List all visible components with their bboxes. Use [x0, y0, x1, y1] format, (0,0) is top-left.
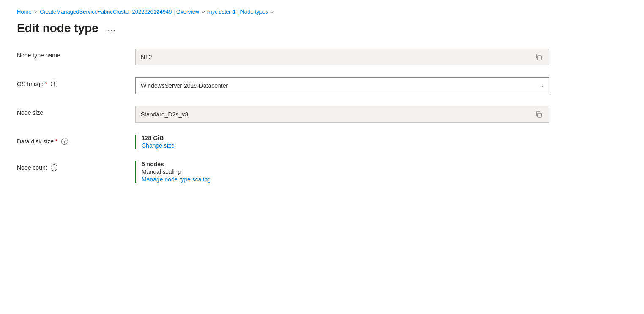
os-image-chevron-icon: ⌄ — [540, 83, 544, 89]
os-image-required-star: * — [45, 81, 47, 87]
label-os-image: OS Image * i — [17, 77, 135, 87]
form-row-node-count: Node count i 5 nodes Manual scaling Mana… — [17, 161, 609, 183]
breadcrumb-sep-3: > — [270, 8, 274, 15]
breadcrumb-sep-2: > — [202, 8, 205, 15]
node-size-input: Standard_D2s_v3 — [135, 106, 549, 123]
control-node-count: 5 nodes Manual scaling Manage node type … — [135, 161, 609, 183]
node-count-display: 5 nodes Manual scaling Manage node type … — [135, 161, 609, 183]
manage-scaling-link[interactable]: Manage node type scaling — [142, 176, 609, 183]
node-count-info-icon[interactable]: i — [51, 164, 57, 171]
data-disk-info-icon[interactable]: i — [61, 138, 68, 145]
breadcrumb-sep-1: > — [34, 8, 38, 15]
node-count-value: 5 nodes — [142, 161, 609, 168]
node-count-subtext: Manual scaling — [142, 168, 609, 175]
control-data-disk-size: 128 GiB Change size — [135, 135, 609, 149]
control-node-size: Standard_D2s_v3 — [135, 106, 609, 123]
node-size-copy-icon[interactable] — [534, 109, 544, 119]
svg-rect-0 — [538, 56, 541, 60]
change-size-link[interactable]: Change size — [142, 142, 609, 149]
control-os-image: WindowsServer 2019-Datacenter ⌄ — [135, 77, 609, 94]
page-container: Home > CreateManagedServiceFabricCluster… — [0, 0, 644, 211]
form-row-os-image: OS Image * i WindowsServer 2019-Datacent… — [17, 77, 609, 94]
data-disk-display: 128 GiB Change size — [135, 135, 609, 149]
breadcrumb-node-types[interactable]: mycluster-1 | Node types — [207, 8, 268, 15]
more-options-button[interactable]: ... — [104, 23, 120, 34]
os-image-dropdown[interactable]: WindowsServer 2019-Datacenter ⌄ — [135, 77, 549, 94]
form-row-data-disk-size: Data disk size * i 128 GiB Change size — [17, 135, 609, 149]
breadcrumb-home[interactable]: Home — [17, 8, 32, 15]
data-disk-value: 128 GiB — [142, 135, 609, 141]
control-node-type-name: NT2 — [135, 49, 609, 65]
os-image-value: WindowsServer 2019-Datacenter — [141, 82, 540, 89]
form-row-node-type-name: Node type name NT2 — [17, 49, 609, 65]
label-data-disk-size: Data disk size * i — [17, 135, 135, 145]
label-node-size: Node size — [17, 106, 135, 116]
data-disk-required-star: * — [55, 138, 57, 145]
page-title-row: Edit node type ... — [17, 22, 627, 35]
breadcrumb: Home > CreateManagedServiceFabricCluster… — [17, 8, 627, 15]
node-type-name-input: NT2 — [135, 49, 549, 65]
page-title: Edit node type — [17, 22, 98, 35]
form-row-node-size: Node size Standard_D2s_v3 — [17, 106, 609, 123]
breadcrumb-cluster-overview[interactable]: CreateManagedServiceFabricCluster-202262… — [40, 8, 199, 15]
label-node-count: Node count i — [17, 161, 135, 171]
svg-rect-1 — [538, 113, 541, 117]
node-size-value: Standard_D2s_v3 — [141, 111, 534, 118]
node-type-name-copy-icon[interactable] — [534, 52, 544, 62]
form-container: Node type name NT2 OS Image * — [17, 49, 609, 183]
label-node-type-name: Node type name — [17, 49, 135, 59]
node-type-name-value: NT2 — [141, 54, 534, 60]
os-image-info-icon[interactable]: i — [51, 81, 57, 87]
